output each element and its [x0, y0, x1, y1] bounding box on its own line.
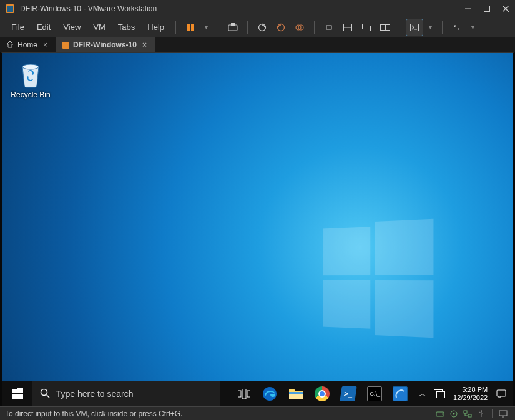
file-explorer-icon	[288, 386, 303, 401]
taskbar-search[interactable]: Type here to search	[32, 381, 220, 406]
svg-rect-28	[12, 394, 17, 399]
svg-rect-20	[380, 24, 385, 30]
fit-guest-button[interactable]	[321, 19, 337, 36]
device-usb-icon[interactable]	[474, 409, 488, 419]
svg-rect-33	[242, 389, 246, 399]
taskbar-edge[interactable]	[257, 381, 283, 406]
tray-overflow-button[interactable]: ︿	[413, 381, 432, 406]
take-snapshot-button[interactable]	[254, 19, 270, 36]
task-view-button[interactable]	[231, 381, 257, 406]
revert-snapshot-button[interactable]	[273, 19, 289, 36]
edge-icon	[262, 386, 277, 401]
svg-rect-7	[191, 24, 194, 31]
svg-rect-48	[499, 411, 507, 416]
show-desktop-button[interactable]	[509, 381, 513, 406]
guest-display[interactable]: Recycle Bin Type here to search	[0, 52, 515, 406]
svg-rect-27	[17, 388, 23, 393]
unity-button[interactable]	[358, 19, 375, 36]
tab-vm-close[interactable]: ×	[140, 41, 149, 49]
menu-edit[interactable]: Edit	[32, 21, 56, 34]
minimize-button[interactable]	[459, 0, 478, 17]
search-icon	[40, 388, 50, 400]
menu-tabs[interactable]: Tabs	[113, 21, 140, 34]
tab-home[interactable]: Home ×	[0, 37, 56, 52]
snapshot-manager-button[interactable]	[292, 19, 308, 36]
taskbar-file-explorer[interactable]	[283, 381, 309, 406]
recycle-bin[interactable]: Recycle Bin	[9, 61, 52, 99]
clock-time: 5:28 PM	[462, 386, 488, 394]
power-dropdown[interactable]: ▼	[201, 24, 212, 31]
maximize-button[interactable]	[478, 0, 496, 17]
multi-monitor-button[interactable]	[377, 19, 393, 36]
send-ctrl-alt-del-button[interactable]	[225, 19, 241, 36]
menu-file[interactable]: File	[6, 21, 29, 34]
close-button[interactable]	[496, 0, 515, 17]
svg-rect-24	[453, 24, 461, 31]
chrome-icon	[315, 386, 330, 401]
tray-display-icon[interactable]	[432, 381, 447, 406]
taskbar-clock[interactable]: 5:28 PM 12/29/2022	[447, 386, 494, 402]
taskbar-ftk-imager[interactable]	[388, 381, 414, 406]
device-cd-dvd-icon[interactable]	[447, 409, 461, 419]
svg-rect-39	[437, 392, 445, 398]
menubar: File Edit View VM Tabs Help ▼	[0, 17, 515, 37]
powershell-icon: >_	[340, 386, 356, 401]
windows-taskbar: Type here to search >_	[2, 381, 513, 406]
console-dropdown[interactable]: ▼	[425, 24, 436, 31]
windows-logo	[323, 219, 432, 336]
action-center-button[interactable]	[494, 381, 509, 406]
home-icon	[6, 41, 14, 50]
tab-vm-label: DFIR-Windows-10	[73, 41, 137, 49]
vmware-window: DFIR-Windows-10 - VMware Workstation Fil…	[0, 0, 515, 420]
titlebar: DFIR-Windows-10 - VMware Workstation	[0, 0, 515, 17]
clock-date: 12/29/2022	[453, 394, 488, 402]
taskbar-cmd[interactable]: C:\_	[361, 381, 388, 406]
separator	[247, 21, 248, 34]
menu-help[interactable]: Help	[142, 21, 169, 34]
taskbar-powershell[interactable]: >_	[335, 381, 361, 406]
device-network-icon[interactable]	[461, 409, 474, 419]
ftk-imager-icon	[393, 386, 408, 401]
separator	[492, 409, 493, 418]
svg-rect-46	[468, 414, 471, 417]
cmd-icon: C:\_	[367, 386, 382, 401]
search-placeholder: Type here to search	[56, 389, 134, 399]
vmware-app-icon	[4, 2, 16, 15]
recycle-bin-label: Recycle Bin	[11, 90, 50, 99]
tab-vm[interactable]: DFIR-Windows-10 ×	[56, 37, 155, 52]
device-hard-disk-icon[interactable]	[433, 409, 447, 419]
svg-rect-34	[247, 391, 250, 397]
tab-home-close[interactable]: ×	[41, 41, 49, 49]
svg-rect-40	[497, 390, 506, 396]
svg-line-31	[46, 394, 49, 398]
menu-vm[interactable]: VM	[88, 21, 110, 34]
svg-point-47	[481, 410, 482, 411]
fullscreen-button[interactable]	[449, 19, 465, 36]
svg-rect-3	[484, 6, 490, 12]
fit-window-button[interactable]	[340, 19, 356, 36]
svg-rect-8	[228, 25, 237, 31]
svg-rect-26	[12, 389, 17, 393]
svg-point-25	[22, 64, 39, 69]
vmware-statusbar: To direct input to this VM, click inside…	[0, 406, 515, 420]
svg-rect-32	[238, 391, 241, 397]
start-button[interactable]	[2, 381, 32, 406]
separator	[314, 21, 315, 34]
svg-rect-29	[17, 394, 23, 399]
svg-point-44	[453, 413, 455, 414]
svg-point-42	[442, 413, 443, 414]
svg-point-35	[263, 387, 277, 401]
svg-rect-1	[7, 6, 13, 12]
svg-rect-45	[464, 411, 467, 413]
device-display-icon[interactable]	[496, 409, 510, 419]
console-view-button[interactable]	[406, 19, 423, 36]
separator	[400, 21, 400, 34]
svg-rect-22	[410, 24, 418, 31]
svg-rect-21	[385, 24, 390, 30]
taskbar-chrome[interactable]	[309, 381, 335, 406]
menu-view[interactable]: View	[58, 21, 86, 34]
fullscreen-dropdown[interactable]: ▼	[468, 24, 478, 31]
separator	[442, 21, 443, 34]
pause-vm-button[interactable]	[182, 19, 199, 36]
svg-rect-15	[326, 26, 331, 29]
